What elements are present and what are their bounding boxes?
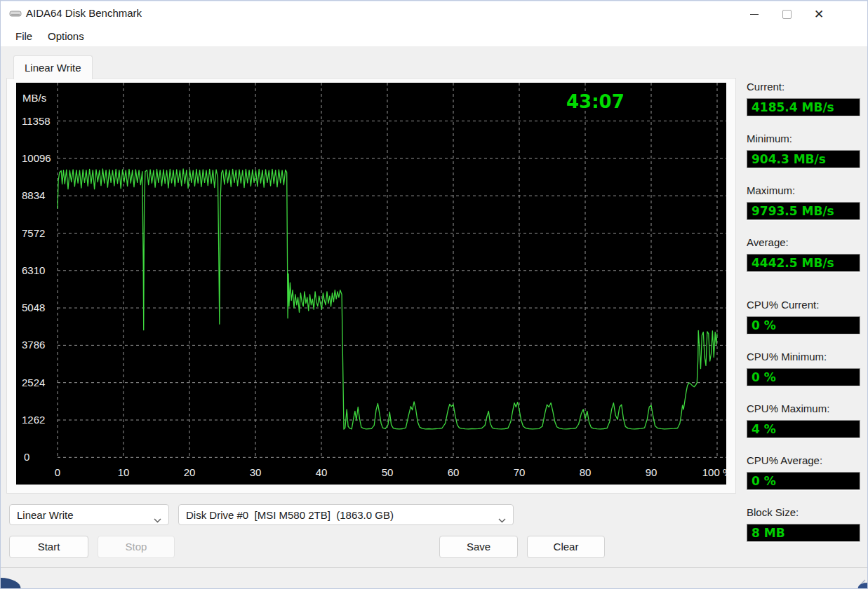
y-tick-label: 8834 xyxy=(22,189,45,201)
stat-label-3: Average: xyxy=(747,236,789,248)
x-tick-label: 80 xyxy=(580,466,592,478)
save-button[interactable]: Save xyxy=(439,536,518,558)
test-type-value: Linear Write xyxy=(17,509,74,521)
clear-button[interactable]: Clear xyxy=(527,536,605,558)
y-tick-label: 0 xyxy=(24,451,29,463)
x-tick-label: 10 xyxy=(118,466,130,478)
minimize-button[interactable] xyxy=(738,1,770,27)
menu-bar: FileOptions xyxy=(1,26,867,46)
stat-label-5: CPU% Minimum: xyxy=(747,351,827,363)
y-axis-title: MB/s xyxy=(22,92,46,104)
x-tick-label: 50 xyxy=(382,466,394,478)
x-tick-label: 40 xyxy=(316,466,328,478)
x-tick-label: 30 xyxy=(250,466,262,478)
app-window: AIDA64 Disk Benchmark ✕ FileOptions Line… xyxy=(0,0,868,589)
menu-item-options[interactable]: Options xyxy=(41,28,91,44)
x-tick-label: 100 % xyxy=(702,466,726,478)
x-tick-label: 60 xyxy=(448,466,460,478)
x-tick-label: 70 xyxy=(514,466,526,478)
stat-value-1: 904.3 MB/s xyxy=(747,150,860,168)
stat-value-5: 0 % xyxy=(747,368,860,386)
status-bar: Write tests will DESTROY ALL DATA on the… xyxy=(1,567,867,589)
drive-select[interactable]: Disk Drive #0 [MSI M580 2TB] (1863.0 GB) xyxy=(178,504,514,525)
stat-label-4: CPU% Current: xyxy=(747,299,819,311)
start-button[interactable]: Start xyxy=(9,536,88,558)
stat-label-8: Block Size: xyxy=(747,506,799,518)
minimize-icon xyxy=(750,14,759,15)
title-bar[interactable]: AIDA64 Disk Benchmark ✕ xyxy=(1,1,867,27)
stat-label-2: Maximum: xyxy=(747,184,795,196)
test-type-select[interactable]: Linear Write xyxy=(9,504,169,525)
y-tick-label: 7572 xyxy=(22,227,45,239)
stop-button: Stop xyxy=(98,536,175,558)
x-tick-label: 20 xyxy=(184,466,196,478)
y-tick-label: 11358 xyxy=(22,115,51,127)
stat-label-6: CPU% Maximum: xyxy=(747,402,829,414)
window-title: AIDA64 Disk Benchmark xyxy=(26,7,142,19)
stat-label-1: Minimum: xyxy=(747,133,792,144)
menu-item-file[interactable]: File xyxy=(9,28,39,44)
x-tick-label: 0 xyxy=(55,466,60,478)
stat-value-8: 8 MB xyxy=(747,524,860,542)
stat-value-2: 9793.5 MB/s xyxy=(747,202,860,220)
maximize-button[interactable] xyxy=(770,1,803,27)
tab-linear-write[interactable]: Linear Write xyxy=(13,55,93,79)
stat-value-7: 0 % xyxy=(747,472,860,490)
chevron-down-icon xyxy=(498,513,506,525)
drive-select-value: Disk Drive #0 [MSI M580 2TB] (1863.0 GB) xyxy=(186,509,394,521)
y-tick-label: 3786 xyxy=(22,339,45,351)
y-tick-label: 1262 xyxy=(22,414,45,426)
stat-value-0: 4185.4 MB/s xyxy=(747,98,860,116)
disk-drive-icon xyxy=(9,8,22,21)
tab-label: Linear Write xyxy=(25,62,81,74)
elapsed-time: 43:07 xyxy=(566,91,643,112)
y-tick-label: 5048 xyxy=(22,302,45,313)
close-button[interactable]: ✕ xyxy=(803,1,835,27)
close-icon: ✕ xyxy=(814,7,824,22)
y-tick-label: 2524 xyxy=(22,377,45,388)
y-tick-label: 10096 xyxy=(22,152,51,164)
maximize-icon xyxy=(782,10,792,19)
stat-value-3: 4442.5 MB/s xyxy=(747,254,860,272)
chart-canvas: MB/s012622524378650486310757288341009611… xyxy=(16,83,726,485)
stat-label-0: Current: xyxy=(747,81,784,93)
y-tick-label: 6310 xyxy=(22,264,45,276)
stat-value-6: 4 % xyxy=(747,420,860,438)
stat-label-7: CPU% Average: xyxy=(747,454,822,466)
x-tick-label: 90 xyxy=(646,466,657,478)
chevron-down-icon xyxy=(154,513,161,525)
benchmark-chart: MB/s012622524378650486310757288341009611… xyxy=(16,83,726,485)
stat-value-4: 0 % xyxy=(747,316,860,334)
